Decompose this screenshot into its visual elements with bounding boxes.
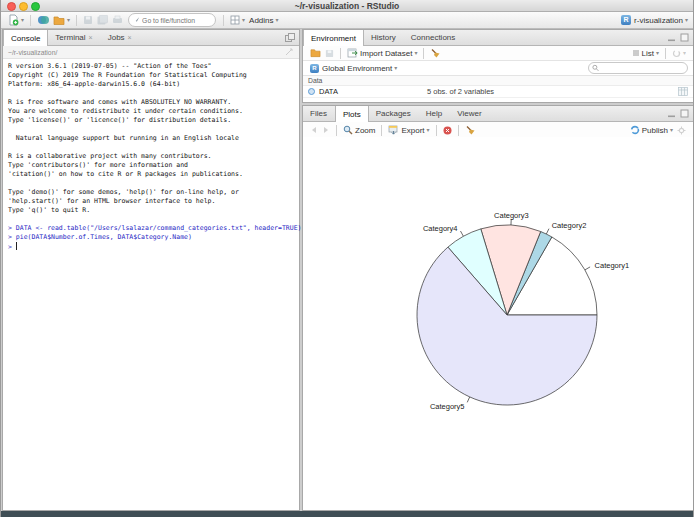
goto-arrow-icon	[133, 16, 140, 24]
close-tab-icon[interactable]: ×	[89, 34, 93, 41]
pie-label-category4: Category4	[423, 224, 458, 233]
back-plot-button[interactable]	[310, 126, 318, 134]
tab-history[interactable]: History	[364, 30, 404, 45]
console-output-line	[8, 215, 299, 224]
console-output-line	[8, 179, 299, 188]
tab-connections[interactable]: Connections	[404, 30, 463, 45]
broom-icon	[465, 125, 476, 136]
environment-search-box[interactable]	[588, 62, 688, 74]
refresh-environment-button[interactable]: ▾	[672, 49, 686, 58]
new-file-button[interactable]: ▾	[8, 14, 24, 26]
minimize-panel-icon[interactable]	[667, 109, 676, 118]
tab-label: Terminal	[55, 33, 85, 42]
pie-label-tick	[585, 267, 590, 270]
panes-layout-button[interactable]: ▾	[230, 15, 245, 25]
console-output-line: Natural language support but running in …	[8, 134, 299, 143]
global-environment-selector[interactable]: R Global Environment ▾	[310, 64, 397, 73]
new-project-button[interactable]	[37, 14, 49, 26]
addins-label: Addins	[249, 16, 273, 25]
toolbar-separator	[458, 125, 459, 136]
data-section-label: Data	[308, 77, 322, 84]
window-title: ~/r-visualization - RStudio	[1, 1, 693, 11]
goto-file-box[interactable]	[128, 13, 216, 27]
console-output-line: You are welcome to redistribute it under…	[8, 107, 299, 116]
console-input-line: > DATA <- read.table("/Users/lsalazar/co…	[8, 224, 299, 233]
list-view-button[interactable]: List ▾	[632, 49, 659, 58]
toolbar-separator	[436, 125, 437, 136]
tab-viewer[interactable]: Viewer	[450, 106, 489, 121]
tab-environment[interactable]: Environment	[303, 30, 364, 46]
magnifier-icon	[343, 125, 353, 135]
console-output[interactable]: R version 3.6.1 (2019-07-05) -- "Action …	[3, 59, 299, 252]
project-name-label: r-visualization	[634, 16, 683, 25]
close-tab-icon[interactable]: ×	[128, 34, 132, 41]
chevron-down-icon: ▾	[67, 17, 70, 23]
tab-label: Jobs	[108, 33, 125, 42]
toolbar-separator	[665, 48, 666, 59]
data-object-row[interactable]: DATA 5 obs. of 2 variables	[303, 86, 693, 98]
tab-terminal[interactable]: Terminal×	[48, 30, 100, 45]
clear-objects-button[interactable]	[430, 48, 441, 59]
addins-menu-button[interactable]: Addins ▾	[249, 16, 278, 25]
toolbar-separator	[423, 48, 424, 59]
folder-icon	[53, 15, 65, 26]
refresh-plots-button[interactable]	[677, 126, 686, 135]
environment-toolbar: Import Dataset ▾ List ▾ ▾	[303, 46, 693, 61]
console-options-icon[interactable]	[285, 48, 294, 56]
goto-file-input[interactable]	[142, 17, 211, 24]
maximize-panel-icon[interactable]	[680, 109, 689, 118]
minimize-panel-icon[interactable]	[667, 33, 676, 42]
tab-label: Console	[11, 34, 40, 43]
console-output-line	[8, 143, 299, 152]
list-view-label: List	[642, 49, 654, 58]
tab-plots[interactable]: Plots	[335, 106, 369, 122]
clear-plots-button[interactable]	[465, 125, 476, 136]
publish-button[interactable]: Publish ▾	[630, 125, 673, 135]
restore-panes-icon[interactable]	[285, 33, 295, 42]
environment-search-input[interactable]	[601, 65, 684, 72]
maximize-panel-icon[interactable]	[680, 33, 689, 42]
tab-files[interactable]: Files	[303, 106, 335, 121]
project-menu-button[interactable]: R r-visualization ▾	[621, 15, 688, 25]
publish-label: Publish	[642, 126, 668, 135]
search-icon	[592, 64, 599, 72]
tab-label: Packages	[376, 109, 411, 118]
tab-console[interactable]: Console	[3, 30, 48, 46]
forward-plot-button[interactable]	[322, 126, 330, 134]
chevron-down-icon: ▾	[276, 17, 279, 23]
tab-help[interactable]: Help	[419, 106, 450, 121]
zoom-plot-button[interactable]: Zoom	[343, 125, 375, 135]
new-project-icon	[37, 14, 49, 26]
new-file-icon	[8, 14, 19, 26]
save-all-button[interactable]	[97, 15, 108, 25]
save-icon	[83, 15, 93, 25]
remove-plot-button[interactable]	[443, 126, 452, 135]
save-button[interactable]	[83, 15, 93, 25]
working-directory-label: ~/r-visualization/	[8, 49, 57, 56]
export-icon	[388, 125, 399, 135]
tab-label: Environment	[311, 34, 356, 43]
import-dataset-label: Import Dataset	[360, 49, 412, 58]
open-file-button[interactable]: ▾	[53, 15, 70, 26]
pie-label-tick	[460, 231, 463, 236]
toolbar-separator	[223, 15, 224, 26]
console-output-line: Platform: x86_64-apple-darwin15.6.0 (64-…	[8, 80, 299, 89]
pie-label-category2: Category2	[552, 221, 587, 230]
tab-packages[interactable]: Packages	[369, 106, 419, 121]
tab-jobs[interactable]: Jobs×	[101, 30, 140, 45]
export-plot-button[interactable]: Export ▾	[388, 125, 429, 135]
console-input-line: > pie(DATA$Number.of.Times, DATA$Categor…	[8, 233, 299, 242]
import-dataset-button[interactable]: Import Dataset ▾	[347, 48, 417, 58]
print-icon	[112, 15, 123, 25]
console-panel: ConsoleTerminal×Jobs× ~/r-visualization/…	[2, 29, 300, 511]
toolbar-separator	[340, 48, 341, 59]
chevron-down-icon: ▾	[394, 65, 397, 71]
print-button[interactable]	[112, 15, 123, 25]
tab-label: Viewer	[457, 109, 481, 118]
console-output-line	[8, 89, 299, 98]
save-workspace-button[interactable]	[325, 49, 334, 58]
view-data-icon[interactable]	[678, 87, 688, 96]
import-dataset-icon	[347, 48, 358, 58]
load-workspace-button[interactable]	[310, 48, 321, 58]
console-output-line: Type 'license()' or 'licence()' for dist…	[8, 116, 299, 125]
